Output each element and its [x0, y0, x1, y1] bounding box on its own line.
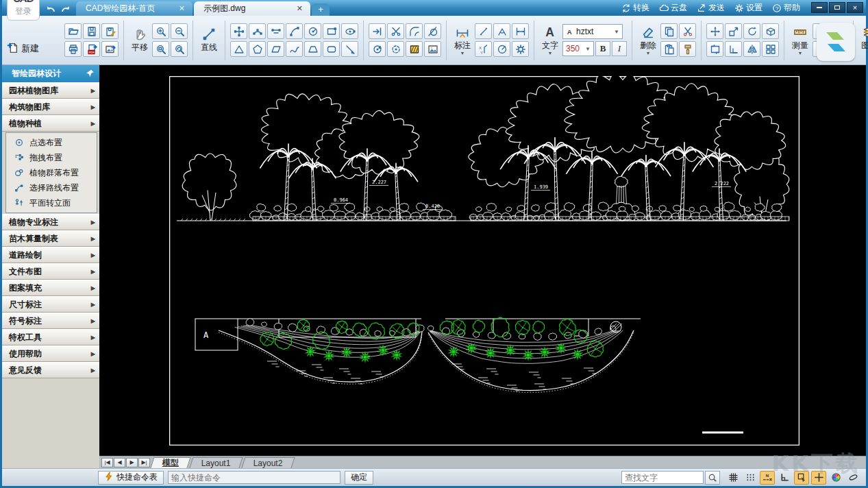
copy-button[interactable]	[660, 23, 678, 39]
sheet-tab-Layout2[interactable]: Layout2	[241, 457, 295, 468]
arc-node-button[interactable]	[249, 23, 266, 39]
sidebar-item[interactable]: 图案填充▶	[2, 280, 99, 296]
sidebar-item[interactable]: 文件布图▶	[2, 263, 99, 280]
line-tool[interactable]: 直线	[198, 27, 220, 53]
move-button[interactable]	[706, 23, 723, 39]
print-button[interactable]	[64, 41, 82, 57]
layer-tool[interactable]: 图层▼	[858, 25, 868, 55]
titlebar-action-cloud[interactable]: 云盘	[659, 2, 687, 14]
parallelogram-tool-button[interactable]	[267, 41, 284, 57]
bold-button[interactable]: B	[595, 41, 610, 56]
array-button[interactable]	[762, 41, 779, 57]
toggle-crosshair[interactable]	[811, 471, 826, 485]
zoom-window-button[interactable]	[152, 41, 169, 57]
drawing-area[interactable]: 2.2270.9640.4201.9392.222A	[99, 65, 866, 456]
toggle-snap-n[interactable]: N	[760, 471, 775, 485]
save-as-button[interactable]	[101, 23, 119, 39]
sidebar-item[interactable]: 特权工具▶	[2, 329, 99, 345]
sidebar-item[interactable]: 园林植物图库▶	[2, 82, 99, 99]
submenu-item[interactable]: 选择路线布置	[6, 180, 97, 195]
titlebar-action-gear[interactable]: 设置	[734, 2, 762, 14]
hatch-button[interactable]	[406, 41, 423, 57]
sheet-tab-模型[interactable]: 模型	[150, 457, 190, 468]
sidebar-item[interactable]: 植物专业标注▶	[2, 214, 99, 230]
tangent-circle-button[interactable]	[424, 23, 441, 39]
node-line-button[interactable]	[230, 23, 247, 39]
titlebar-action-send[interactable]: 发送	[697, 2, 725, 14]
arc-tool-button[interactable]	[286, 23, 303, 39]
toggle-grid-lines[interactable]	[726, 471, 741, 485]
clip-rect-button[interactable]	[706, 41, 723, 57]
rotate-ref-button[interactable]	[369, 41, 386, 57]
pentagon-tool-button[interactable]	[249, 41, 266, 57]
zoom-out-button[interactable]	[171, 23, 188, 39]
insert-image-button[interactable]	[424, 41, 441, 57]
save-button[interactable]	[83, 23, 100, 39]
sheet-nav-next-button[interactable]: ▶	[126, 458, 138, 467]
back-icon[interactable]	[45, 3, 57, 14]
rounded-rect-tool-button[interactable]	[323, 41, 340, 57]
toggle-ortho[interactable]	[777, 471, 792, 485]
sheet-nav-last-button[interactable]: ▶|	[138, 458, 150, 467]
cut-button[interactable]	[679, 23, 696, 39]
tab-home-close-icon[interactable]: ✕	[177, 4, 187, 13]
rect-tool-button[interactable]	[323, 23, 340, 39]
triangle-tool-button[interactable]	[230, 41, 247, 57]
scale-button[interactable]	[725, 23, 742, 39]
parallel-line-button[interactable]	[267, 23, 284, 39]
toggle-dot-grid[interactable]	[743, 471, 758, 485]
toggle-ring[interactable]	[845, 471, 860, 485]
sidebar-item[interactable]: 符号标注▶	[2, 313, 99, 329]
rotate-button[interactable]	[743, 23, 760, 39]
trapezoid-tool-button[interactable]	[304, 41, 321, 57]
paste-button[interactable]	[660, 41, 678, 57]
radius-dim-button[interactable]	[493, 41, 510, 57]
sidebar-item[interactable]: 意见反馈▶	[2, 362, 99, 378]
shortcut-table-button[interactable]: 快捷命令表	[98, 471, 164, 485]
submenu-item[interactable]: 拖拽布置	[6, 150, 97, 165]
drawing-canvas[interactable]: 2.2270.9640.4201.9392.222A	[169, 76, 799, 446]
extend-button[interactable]	[369, 23, 386, 39]
close-button[interactable]: ×	[847, 2, 863, 13]
offset-button[interactable]	[725, 41, 742, 57]
new-file-button[interactable]: 新建	[7, 42, 39, 56]
open-button[interactable]	[64, 23, 82, 39]
angular-dim-button[interactable]	[493, 23, 510, 39]
ok-button[interactable]: 确定	[345, 471, 373, 485]
submenu-item[interactable]: 植物群落布置	[6, 165, 97, 180]
trim-button[interactable]	[387, 23, 404, 39]
fillet-button[interactable]	[406, 23, 423, 39]
toggle-color-wheel[interactable]	[828, 471, 843, 485]
break-circle-button[interactable]	[387, 41, 404, 57]
search-icon[interactable]	[705, 471, 720, 485]
submenu-item[interactable]: 平面转立面	[6, 195, 97, 210]
sidebar-item[interactable]: 构筑物图库▶	[2, 99, 99, 115]
sidebar-item[interactable]: 使用帮助▶	[2, 345, 99, 362]
erase-tool[interactable]: 删除▼	[637, 25, 659, 55]
linear-dim-button[interactable]	[512, 23, 529, 39]
zoom-previous-button[interactable]	[171, 41, 188, 57]
new-tab-button[interactable]: +	[312, 3, 330, 16]
sheet-nav-prev-button[interactable]: ◀	[114, 458, 125, 467]
leader-tool-button[interactable]	[341, 41, 358, 57]
titlebar-action-help[interactable]: ?帮助	[772, 2, 800, 14]
tab-drawing-close-icon[interactable]: ✕	[295, 4, 305, 13]
sidebar-item[interactable]: 苗木算量制表▶	[2, 230, 99, 247]
measure-tool[interactable]: 测量▼	[789, 25, 811, 55]
pan-tool[interactable]: 平移	[129, 27, 151, 53]
forward-icon[interactable]	[60, 3, 72, 14]
circle-tool-button[interactable]	[304, 23, 321, 39]
zoom-in-button[interactable]	[152, 23, 169, 39]
dim-tool[interactable]: 标注▼	[451, 25, 473, 55]
text-tool[interactable]: A文字▼	[539, 25, 561, 55]
search-text-input[interactable]	[621, 471, 704, 484]
sidebar-item[interactable]: 尺寸标注▶	[2, 296, 99, 313]
export-pdf-button[interactable]: PDF	[83, 41, 100, 57]
submenu-item[interactable]: 点选布置	[6, 135, 97, 150]
text-size-select[interactable]: 350▼	[562, 41, 594, 56]
dim-style-button[interactable]	[512, 41, 529, 57]
sidebar-item[interactable]: 道路绘制▶	[2, 247, 99, 263]
font-select[interactable]: Ahztxt▼	[562, 24, 623, 39]
sidebar-item[interactable]: 植物种植▶	[2, 115, 99, 132]
export-image-button[interactable]	[101, 41, 119, 57]
